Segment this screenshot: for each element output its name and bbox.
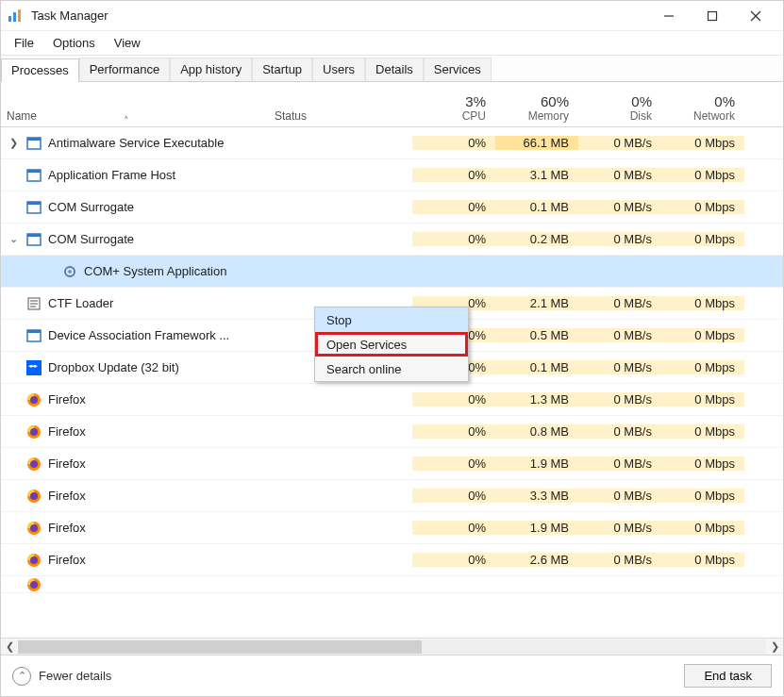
svg-rect-14 xyxy=(27,234,41,237)
process-network: 0 Mbps xyxy=(661,200,744,214)
scroll-right-icon[interactable]: ❯ xyxy=(766,640,783,653)
process-disk: 0 MB/s xyxy=(578,489,661,503)
context-menu: Stop Open Services Search online xyxy=(314,307,469,382)
process-disk: 0 MB/s xyxy=(578,553,661,567)
context-menu-open-services[interactable]: Open Services xyxy=(315,332,468,357)
process-memory: 0.1 MB xyxy=(495,360,578,374)
menu-view[interactable]: View xyxy=(105,34,150,52)
firefox-icon xyxy=(25,423,42,440)
process-memory: 0.1 MB xyxy=(495,200,578,214)
process-memory: 0.2 MB xyxy=(495,232,578,246)
tab-processes[interactable]: Processes xyxy=(1,58,79,82)
process-memory: 0.8 MB xyxy=(495,424,578,439)
process-cpu: 0% xyxy=(412,521,495,535)
scroll-thumb[interactable] xyxy=(18,640,422,654)
firefox-icon xyxy=(25,488,42,505)
menubar: File Options View xyxy=(1,31,783,56)
process-cpu: 0% xyxy=(412,392,495,407)
process-network: 0 Mbps xyxy=(661,296,744,310)
svg-rect-23 xyxy=(26,360,42,375)
column-network[interactable]: 0% Network xyxy=(661,93,744,123)
table-row[interactable]: ❯Antimalware Service Executable0%66.1 MB… xyxy=(1,127,783,159)
tab-performance[interactable]: Performance xyxy=(79,58,170,81)
tab-services[interactable]: Services xyxy=(424,58,492,81)
tab-users[interactable]: Users xyxy=(312,58,365,81)
network-label: Network xyxy=(661,109,735,123)
process-name: Device Association Framework ... xyxy=(48,328,275,342)
table-row[interactable]: Application Frame Host0%3.1 MB0 MB/s0 Mb… xyxy=(1,159,783,191)
process-cpu: 0% xyxy=(412,456,495,471)
scroll-track[interactable] xyxy=(18,639,766,655)
sort-indicator-icon: ˄ xyxy=(124,115,129,127)
tab-details[interactable]: Details xyxy=(365,58,424,81)
column-name[interactable]: ˄ Name xyxy=(1,109,275,123)
disk-label: Disk xyxy=(578,109,652,123)
process-name: Application Frame Host xyxy=(48,168,275,182)
table-row[interactable]: Firefox0%2.6 MB0 MB/s0 Mbps xyxy=(1,544,783,576)
tab-startup[interactable]: Startup xyxy=(252,58,312,81)
process-network: 0 Mbps xyxy=(661,232,744,246)
network-percent: 0% xyxy=(661,93,735,109)
process-name: Dropbox Update (32 bit) xyxy=(48,360,275,374)
svg-rect-4 xyxy=(709,11,717,20)
table-row[interactable]: ⌄COM Surrogate0%0.2 MB0 MB/s0 Mbps xyxy=(1,224,783,256)
process-name: COM Surrogate xyxy=(48,232,275,246)
svg-point-37 xyxy=(30,556,38,564)
table-row[interactable]: Firefox0%1.9 MB0 MB/s0 Mbps xyxy=(1,448,783,480)
table-row[interactable]: Firefox0%1.9 MB0 MB/s0 Mbps xyxy=(1,512,783,544)
process-name: CTF Loader xyxy=(48,296,275,310)
window-title: Task Manager xyxy=(31,8,647,23)
firefox-icon xyxy=(25,456,42,473)
table-row[interactable]: Firefox0%1.3 MB0 MB/s0 Mbps xyxy=(1,384,783,416)
table-row[interactable]: Firefox0%3.3 MB0 MB/s0 Mbps xyxy=(1,480,783,512)
close-button[interactable] xyxy=(734,1,777,31)
process-memory: 3.3 MB xyxy=(495,489,578,503)
maximize-button[interactable] xyxy=(691,1,734,31)
ctf-icon xyxy=(25,295,42,312)
process-rows[interactable]: ❯Antimalware Service Executable0%66.1 MB… xyxy=(1,127,783,638)
process-network: 0 Mbps xyxy=(661,136,744,150)
process-network: 0 Mbps xyxy=(661,392,744,407)
context-menu-search-online[interactable]: Search online xyxy=(315,357,468,381)
column-memory[interactable]: 60% Memory xyxy=(495,93,578,123)
column-disk[interactable]: 0% Disk xyxy=(578,93,661,123)
process-memory: 2.1 MB xyxy=(495,296,578,310)
expand-toggle-icon[interactable]: ⌄ xyxy=(7,233,20,245)
svg-rect-8 xyxy=(27,138,41,141)
table-row[interactable]: COM Surrogate0%0.1 MB0 MB/s0 Mbps xyxy=(1,191,783,224)
table-row[interactable]: Firefox0%0.8 MB0 MB/s0 Mbps xyxy=(1,416,783,448)
process-disk: 0 MB/s xyxy=(578,360,661,374)
column-name-label: Name xyxy=(7,109,37,123)
minimize-button[interactable] xyxy=(647,1,691,31)
fewer-details-button[interactable]: ⌃ Fewer details xyxy=(12,667,111,686)
table-row[interactable]: COM+ System Application xyxy=(1,256,783,288)
column-cpu[interactable]: 3% CPU xyxy=(412,93,495,123)
window-icon xyxy=(25,199,42,216)
process-network: 0 Mbps xyxy=(661,489,744,503)
process-name: Firefox xyxy=(48,521,275,535)
menu-options[interactable]: Options xyxy=(43,34,105,52)
process-name: Firefox xyxy=(48,553,275,567)
process-disk: 0 MB/s xyxy=(578,424,661,439)
footer: ⌃ Fewer details End task xyxy=(1,655,783,696)
tab-app-history[interactable]: App history xyxy=(170,58,252,81)
context-menu-stop[interactable]: Stop xyxy=(315,307,468,332)
expand-toggle-icon[interactable]: ❯ xyxy=(7,137,20,149)
svg-rect-1 xyxy=(13,12,16,22)
process-memory: 66.1 MB xyxy=(495,136,578,150)
svg-point-31 xyxy=(30,460,38,468)
column-status[interactable]: Status xyxy=(275,109,412,123)
process-network: 0 Mbps xyxy=(661,168,744,182)
cpu-label: CPU xyxy=(412,109,486,123)
horizontal-scrollbar[interactable]: ❮ ❯ xyxy=(1,638,783,655)
chevron-up-icon: ⌃ xyxy=(12,667,31,686)
svg-point-16 xyxy=(68,270,71,273)
window-icon xyxy=(25,135,42,152)
menu-file[interactable]: File xyxy=(5,34,43,52)
disk-percent: 0% xyxy=(578,93,652,109)
process-network: 0 Mbps xyxy=(661,456,744,471)
end-task-button[interactable]: End task xyxy=(684,664,772,688)
table-row[interactable] xyxy=(1,576,783,593)
process-cpu: 0% xyxy=(412,232,495,246)
scroll-left-icon[interactable]: ❮ xyxy=(1,640,18,653)
